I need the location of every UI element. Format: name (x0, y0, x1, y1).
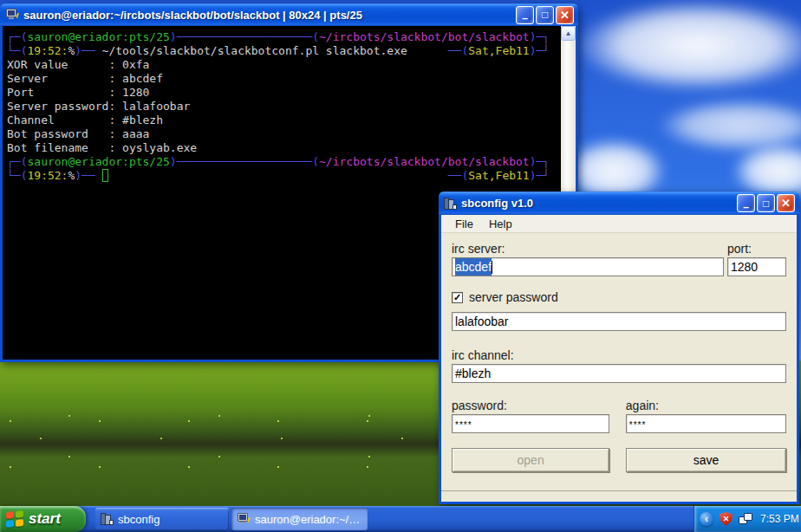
terminal-window-title: sauron@eriador:~/ircbots/slackbot/bot/sl… (23, 9, 511, 22)
terminal-line: └─(19:52:%)── ~/tools/slackbot/slackbotc… (7, 44, 557, 58)
terminal-line: Server : abcdef (7, 72, 557, 86)
maximize-button[interactable]: □ (536, 6, 554, 24)
irc-channel-label: irc channel: (452, 348, 514, 362)
sbconfig-titlebar[interactable]: sbconfig v1.0 – □ ✕ (439, 191, 799, 215)
password-input[interactable]: **** (452, 414, 609, 433)
server-password-checkbox[interactable]: ✓ (452, 292, 463, 303)
sbconfig-window-title: sbconfig v1.0 (461, 197, 733, 210)
start-button-label: start (29, 510, 61, 528)
terminal-line: ┌─(sauron@eriador:pts/25)───────────────… (7, 30, 557, 44)
taskbar: start sbconfig sauron@eriador:~/irc... ‹… (0, 506, 801, 532)
system-tray: ‹ ✕ 7:53 PM (694, 506, 801, 532)
status-bar (441, 490, 797, 502)
terminal-line: └─(19:52:%)── ──(Sat,Feb11)─┘ (7, 169, 557, 183)
sbconfig-app-icon (444, 197, 457, 211)
terminal-line: Port : 1280 (7, 86, 557, 100)
menu-file[interactable]: File (447, 216, 481, 232)
sbconfig-app-icon (101, 512, 114, 526)
server-password-input[interactable]: lalafoobar (452, 312, 786, 331)
selected-text: abcdef (455, 258, 492, 276)
irc-server-input[interactable]: abcdef (452, 257, 724, 276)
minimize-button[interactable]: – (516, 6, 534, 24)
sbconfig-window: sbconfig v1.0 – □ ✕ File Help irc server… (439, 191, 799, 504)
sbconfig-form: irc server: port: abcdef 1280 ✓ server p… (441, 233, 797, 490)
windows-flag-icon (6, 509, 23, 528)
taskbar-item-label: sbconfig (118, 513, 160, 526)
terminal-titlebar[interactable]: sauron@eriador:~/ircbots/slackbot/bot/sl… (0, 3, 578, 26)
taskbar-item-sbconfig[interactable]: sbconfig (95, 508, 229, 530)
server-password-checkbox-label: server password (469, 290, 558, 304)
terminal-line: Channel : #blezh (7, 114, 557, 127)
terminal-app-icon (237, 513, 251, 525)
maximize-button[interactable]: □ (757, 194, 775, 212)
terminal-line: ┌─(sauron@eriador:pts/25)───────────────… (7, 155, 557, 169)
terminal-app-icon (5, 9, 19, 21)
terminal-line: Server password: lalafoobar (7, 100, 557, 114)
hide-icons-chevron-icon[interactable]: ‹ (700, 512, 713, 526)
desktop: sauron@eriador:~/ircbots/slackbot/bot/sl… (0, 0, 801, 532)
virtual-windows-icon[interactable] (739, 513, 753, 526)
taskbar-item-terminal[interactable]: sauron@eriador:~/irc... (231, 508, 368, 530)
security-alert-icon[interactable]: ✕ (720, 512, 733, 526)
open-button[interactable]: open (452, 448, 609, 472)
irc-channel-input[interactable]: #blezh (452, 364, 786, 383)
taskbar-item-label: sauron@eriador:~/irc... (255, 513, 362, 526)
again-input[interactable]: **** (626, 414, 786, 433)
port-input[interactable]: 1280 (727, 257, 786, 276)
password-label: password: (452, 399, 609, 412)
text-caret (492, 261, 492, 274)
close-button[interactable]: ✕ (777, 194, 795, 212)
irc-server-label: irc server: (452, 242, 727, 256)
tray-clock[interactable]: 7:53 PM (760, 513, 799, 525)
terminal-line: Bot filename : oyslyab.exe (7, 141, 557, 155)
save-button[interactable]: save (626, 448, 786, 472)
menu-help[interactable]: Help (481, 216, 520, 232)
scroll-up-icon[interactable]: ▲ (561, 26, 576, 41)
minimize-button[interactable]: – (737, 194, 755, 212)
port-label: port: (727, 242, 786, 256)
start-button[interactable]: start (0, 506, 86, 532)
again-label: again: (626, 399, 786, 412)
close-button[interactable]: ✕ (556, 6, 574, 24)
terminal-line: XOR value : 0xfa (7, 58, 557, 72)
menubar: File Help (441, 215, 797, 233)
terminal-line: Bot password : aaaa (7, 127, 557, 141)
